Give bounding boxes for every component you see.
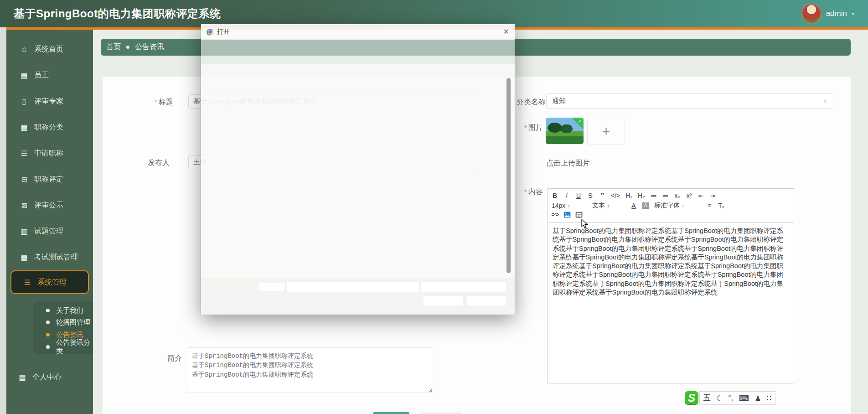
font-family-select[interactable]: 标准字体 ↕ xyxy=(654,202,700,210)
image-icon[interactable] xyxy=(563,212,571,220)
breadcrumb-current: 公告资讯 xyxy=(135,42,164,52)
clear-format-button[interactable]: Tₓ xyxy=(718,202,724,209)
category-select[interactable]: 通知 ∨ xyxy=(546,93,833,109)
sidebar-item-review-publicity[interactable]: ⊠ 评审公示 xyxy=(6,197,93,213)
add-image-button[interactable]: + xyxy=(587,118,625,145)
app-window: 基于SpringBoot的电力集团职称评定系统 admin ▾ ⌂ 系统首页 ▤… xyxy=(0,0,868,414)
font-size-select[interactable]: 14px ↕ xyxy=(552,202,586,209)
grid-icon: ▦ xyxy=(20,253,28,262)
text-color-button[interactable]: A xyxy=(630,202,637,209)
sidebar-item-system-management[interactable]: ☰ 系统管理 xyxy=(10,270,89,294)
format-select[interactable]: 文本 ↕ xyxy=(592,202,624,210)
user-menu[interactable]: admin ▾ xyxy=(801,4,854,24)
header1-button[interactable]: H₁ xyxy=(625,192,632,199)
indent-button[interactable]: ⇥ xyxy=(710,192,716,199)
blockquote-button[interactable]: ” xyxy=(599,191,605,200)
dialog-titlebar[interactable]: 打开 ✕ xyxy=(201,24,515,40)
sidebar-item-personal-center[interactable]: ▤ 个人中心 xyxy=(6,369,93,385)
sidebar-item-label: 系统首页 xyxy=(34,45,63,54)
strikethrough-button[interactable]: S xyxy=(587,192,594,199)
sidebar-item-exam-test[interactable]: ▦ 考试测试管理 xyxy=(6,249,93,265)
sidebar-item-label: 试题管理 xyxy=(34,227,63,236)
sidebar-item-label: 申请职称 xyxy=(34,149,63,158)
content-label: *内容 xyxy=(524,187,543,197)
submenu-item-label: 公告资讯分类 xyxy=(56,338,93,356)
bullet-list-button[interactable]: ≕ xyxy=(662,192,669,199)
monitor-icon: ▤ xyxy=(20,71,28,80)
submenu-item-carousel[interactable]: 轮播图管理 xyxy=(33,316,93,328)
submit-button[interactable] xyxy=(373,412,409,414)
sidebar-item-apply-title[interactable]: ☰ 申请职称 xyxy=(6,145,93,161)
sidebar-item-label: 个人中心 xyxy=(32,373,62,382)
submenu-item-label: 公告资讯 xyxy=(56,331,83,339)
sogou-logo-icon[interactable]: S xyxy=(685,391,698,405)
ordered-list-button[interactable]: ≔ xyxy=(651,192,657,199)
bold-button[interactable]: B xyxy=(552,192,558,199)
submenu-item-about-us[interactable]: 关于我们 xyxy=(33,305,93,316)
ime-account-icon[interactable]: ♟ xyxy=(754,394,761,403)
bullet-icon xyxy=(46,309,50,312)
system-management-submenu: 关于我们 轮播图管理 公告资讯 公告资讯分类 xyxy=(33,301,93,354)
upload-hint: 点击上传图片 xyxy=(546,159,590,168)
ime-halfwidth-moon-icon[interactable]: ☾ xyxy=(716,394,723,403)
left-gutter xyxy=(0,27,6,414)
grid-icon: ▦ xyxy=(20,123,28,132)
title-label: *标题 xyxy=(155,98,173,107)
background-color-button[interactable]: A xyxy=(642,202,649,209)
close-icon[interactable]: ✕ xyxy=(503,28,509,36)
uploaded-image-thumbnail[interactable]: ✓ xyxy=(546,118,584,144)
publisher-label: 发布人 xyxy=(148,158,170,168)
link-icon[interactable] xyxy=(552,212,559,220)
italic-button[interactable]: I xyxy=(563,192,570,199)
ime-keyboard-icon[interactable]: ⌨ xyxy=(739,394,749,403)
bullet-icon xyxy=(46,345,50,349)
cancel-button[interactable] xyxy=(420,412,461,414)
sidebar-item-label: 评审公示 xyxy=(34,201,63,210)
editor-content[interactable]: 基于SpringBoot的电力集团职称评定系统基于SpringBoot的电力集团… xyxy=(548,223,794,383)
superscript-button[interactable]: x² xyxy=(686,192,692,199)
open-button[interactable] xyxy=(424,296,463,305)
bullet-icon xyxy=(46,333,50,336)
cancel-dialog-button[interactable] xyxy=(467,296,506,305)
filetype-select[interactable] xyxy=(421,282,506,292)
sidebar-item-exam-questions[interactable]: ▥ 试题管理 xyxy=(6,223,93,239)
sidebar-item-title-evaluation[interactable]: ⊟ 职称评定 xyxy=(6,171,93,187)
plus-icon: + xyxy=(602,124,610,139)
ime-toolbox-icon[interactable]: ∷ xyxy=(767,394,771,403)
document-icon: ▤ xyxy=(18,373,26,382)
breadcrumb-separator-icon xyxy=(126,46,129,49)
filename-label xyxy=(259,283,284,291)
ime-wubi-icon[interactable]: 五 xyxy=(703,393,711,403)
submenu-item-announcement-category[interactable]: 公告资讯分类 xyxy=(33,341,93,353)
caret-down-icon: ▾ xyxy=(852,10,854,17)
ime-punctuation-icon[interactable]: °, xyxy=(728,394,733,402)
underline-button[interactable]: U xyxy=(575,192,582,199)
intro-textarea[interactable]: 基于SpringBoot的电力集团职称评定系统 基于SpringBoot的电力集… xyxy=(187,347,433,393)
ime-toolbar: S 五 ☾ °, ⌨ ♟ ∷ xyxy=(685,391,775,405)
header2-button[interactable]: H₂ xyxy=(638,192,645,199)
image-label: *图片 xyxy=(524,123,543,133)
sidebar: ⌂ 系统首页 ▤ 员工 ▯ 评审专家 ▦ 职称分类 ☰ 申请职称 ⊟ 职称评定 … xyxy=(6,30,93,414)
book-icon: ▥ xyxy=(20,227,28,236)
intro-label: 简介 xyxy=(167,354,182,363)
briefcase-icon: ⊟ xyxy=(20,175,28,184)
updown-icon: ↕ xyxy=(682,203,684,208)
sidebar-item-experts[interactable]: ▯ 评审专家 xyxy=(6,93,93,109)
editor-toolbar: B I U S ” </> H₁ H₂ ≔ ≕ x₂ x² ⇤ ⇥ xyxy=(548,188,794,223)
sidebar-item-home[interactable]: ⌂ 系统首页 xyxy=(6,41,93,57)
open-file-dialog: 打开 ✕ xyxy=(201,24,515,315)
sidebar-item-title-category[interactable]: ▦ 职称分类 xyxy=(6,119,93,135)
dialog-file-list[interactable] xyxy=(201,64,515,278)
user-avatar[interactable] xyxy=(801,4,822,24)
breadcrumb-home[interactable]: 首页 xyxy=(106,42,121,52)
check-icon: ✓ xyxy=(578,118,582,124)
subscript-button[interactable]: x₂ xyxy=(674,192,681,199)
sidebar-item-label: 员工 xyxy=(34,71,49,80)
code-button[interactable]: </> xyxy=(611,192,620,199)
filename-input[interactable] xyxy=(287,282,418,292)
sidebar-item-employee[interactable]: ▤ 员工 xyxy=(6,67,93,83)
align-button[interactable]: ≡ xyxy=(706,202,713,209)
video-icon[interactable] xyxy=(575,212,583,220)
dialog-scrollbar[interactable] xyxy=(506,78,511,273)
outdent-button[interactable]: ⇤ xyxy=(698,192,704,199)
